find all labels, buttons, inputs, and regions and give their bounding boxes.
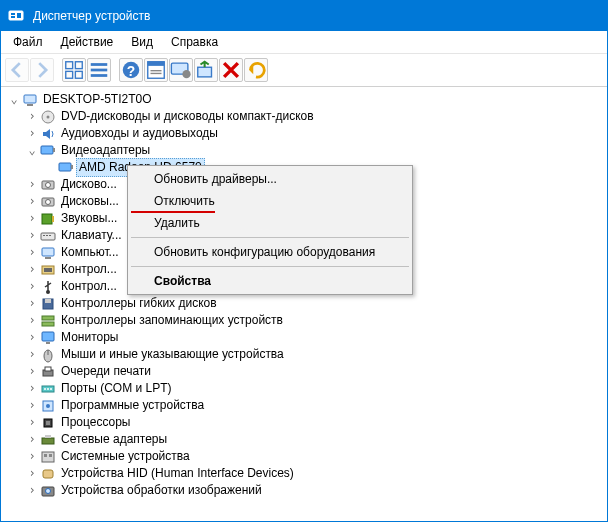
tree-category[interactable]: ›DVD-дисководы и дисководы компакт-диско… [5,108,607,125]
hid-icon [40,466,56,482]
svg-rect-46 [42,322,54,326]
svg-rect-36 [46,235,48,236]
sound-card-icon [40,211,56,227]
remove-icon[interactable] [219,58,243,82]
expander-icon[interactable]: › [25,484,39,498]
svg-rect-3 [17,13,21,18]
device-tree[interactable]: ⌄DESKTOP-5TI2T0O›DVD-дисководы и дисково… [1,87,607,521]
printer-icon [40,364,56,380]
highlight-underline [131,211,215,213]
expander-icon[interactable]: › [25,382,39,396]
svg-rect-20 [24,95,36,103]
svg-rect-44 [45,299,51,303]
tree-node-label: Программные устройства [59,397,206,414]
tree-category[interactable]: ›Контроллеры гибких дисков [5,295,607,312]
computer-icon [22,92,38,108]
tree-category[interactable]: ⌄Видеоадаптеры [5,142,607,159]
expander-icon[interactable]: › [25,348,39,362]
display-adapter-icon [40,143,56,159]
tree-category[interactable]: ›Системные устройства [5,448,607,465]
svg-text:?: ? [127,64,135,79]
context-menu-item[interactable]: Удалить [130,212,410,234]
svg-rect-4 [66,62,73,69]
context-menu-item[interactable]: Свойства [130,270,410,292]
context-menu-item[interactable]: Обновить конфигурацию оборудования [130,241,410,263]
svg-point-55 [47,388,49,390]
tree-category[interactable]: ›Программные устройства [5,397,607,414]
tile-icon[interactable] [62,58,86,82]
svg-rect-47 [42,332,54,341]
tree-category[interactable]: ›Мониторы [5,329,607,346]
svg-point-54 [44,388,46,390]
tree-node-label: Контроллеры гибких дисков [59,295,219,312]
undo-icon[interactable] [244,58,268,82]
tree-category[interactable]: ›Порты (COM и LPT) [5,380,607,397]
tree-category[interactable]: ›Устройства HID (Human Interface Devices… [5,465,607,482]
expander-icon[interactable]: › [25,229,39,243]
expander-icon[interactable]: › [25,263,39,277]
list-icon[interactable] [87,58,111,82]
expander-icon[interactable]: ⌄ [7,93,21,107]
tree-category[interactable]: ›Контроллеры запоминающих устройств [5,312,607,329]
context-menu: Обновить драйверы...ОтключитьУдалитьОбно… [127,165,413,295]
context-menu-item[interactable]: Отключить [130,190,410,212]
expander-icon[interactable]: › [25,365,39,379]
tree-category[interactable]: ›Мыши и иные указывающие устройства [5,346,607,363]
menu-view[interactable]: Вид [123,33,161,51]
expander-icon[interactable]: › [25,110,39,124]
expander-icon[interactable]: › [25,314,39,328]
tree-node-label: Дисковы... [59,193,121,210]
expander-icon[interactable]: › [25,467,39,481]
tree-node-label: Дисково... [59,176,119,193]
forward-icon[interactable] [30,58,54,82]
menu-file[interactable]: Файл [5,33,51,51]
monitor-settings-icon[interactable] [169,58,193,82]
expander-icon[interactable]: › [25,331,39,345]
tree-node-label: Мониторы [59,329,120,346]
disk-icon [40,194,56,210]
menu-help[interactable]: Справка [163,33,226,51]
svg-rect-35 [43,235,45,236]
expander-icon[interactable]: › [25,212,39,226]
svg-point-56 [50,388,52,390]
toolbar: ? [1,54,607,87]
props-window-icon[interactable] [144,58,168,82]
svg-rect-64 [44,454,47,457]
tree-category[interactable]: ›Аудиовходы и аудиовыходы [5,125,607,142]
tree-category[interactable]: ›Очереди печати [5,363,607,380]
context-menu-separator [131,266,409,267]
svg-rect-37 [49,235,51,236]
help-icon[interactable]: ? [119,58,143,82]
expander-icon[interactable]: › [25,399,39,413]
tree-node-label: Компьют... [59,244,121,261]
tree-category[interactable]: ›Процессоры [5,414,607,431]
expander-icon[interactable]: › [25,178,39,192]
expander-icon[interactable]: › [25,280,39,294]
tree-node-label: Клавиату... [59,227,124,244]
expander-icon[interactable]: ⌄ [25,144,39,158]
context-menu-item[interactable]: Обновить драйверы... [130,168,410,190]
expander-icon[interactable]: › [25,450,39,464]
expander-icon[interactable]: › [25,195,39,209]
menu-action[interactable]: Действие [53,33,122,51]
expander-icon[interactable]: › [25,127,39,141]
svg-rect-38 [42,248,54,256]
tree-root[interactable]: ⌄DESKTOP-5TI2T0O [5,91,607,108]
controller-icon [40,262,56,278]
svg-rect-8 [91,63,108,66]
tree-category[interactable]: ›Устройства обработки изображений [5,482,607,499]
svg-rect-39 [45,257,51,259]
svg-rect-34 [41,233,55,240]
context-menu-separator [131,237,409,238]
expander-icon[interactable]: › [25,433,39,447]
scan-icon[interactable] [194,58,218,82]
expander-icon[interactable]: › [25,416,39,430]
svg-rect-63 [42,452,54,462]
expander-icon[interactable]: › [25,246,39,260]
svg-rect-60 [46,421,50,425]
tree-node-label: Аудиовходы и аудиовыходы [59,125,220,142]
svg-rect-65 [49,454,52,457]
expander-icon[interactable]: › [25,297,39,311]
back-icon[interactable] [5,58,29,82]
tree-category[interactable]: ›Сетевые адаптеры [5,431,607,448]
